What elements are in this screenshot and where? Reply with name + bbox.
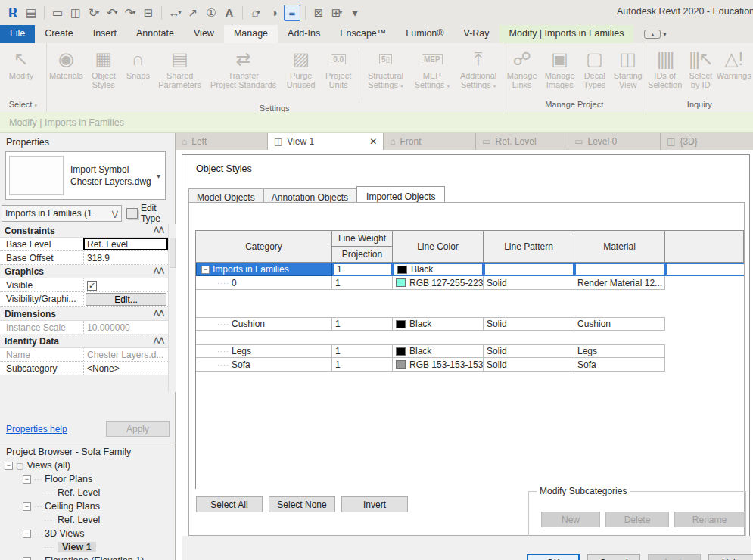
manage-links-button[interactable]: ☍ Manage Links	[503, 47, 541, 89]
tab-add-ins[interactable]: Add-Ins	[278, 25, 330, 43]
cell-line-pattern[interactable]: Solid	[484, 276, 574, 290]
customize-qat-icon[interactable]: ▾	[347, 5, 363, 21]
modify-button[interactable]: ↖ Modify	[0, 47, 42, 80]
cell-line-weight[interactable]: 1	[332, 317, 393, 331]
warnings-button[interactable]: △! Warnings	[717, 47, 751, 80]
tab-file[interactable]: File	[0, 25, 35, 43]
new-subcategory-button[interactable]: New	[541, 512, 600, 527]
select-by-id-button[interactable]: |||↖ Select by ID	[684, 47, 717, 89]
properties-window-icon[interactable]: ▤	[23, 5, 39, 21]
collapse-box-icon[interactable]: −	[23, 475, 31, 484]
properties-scrollbar[interactable]	[168, 224, 176, 392]
visible-checkbox[interactable]: ✓	[87, 281, 97, 291]
collapse-chevron-icon[interactable]: ⋀⋀	[154, 266, 163, 277]
collapse-box-icon[interactable]: −	[201, 266, 210, 274]
tab-manage[interactable]: Manage	[224, 25, 278, 43]
cell-material[interactable]: Legs	[574, 344, 665, 358]
collapse-chevron-icon[interactable]: ⋀⋀	[154, 226, 163, 236]
selected-view-label[interactable]: View 1	[58, 542, 96, 552]
aligned-dimension-icon[interactable]: ↗	[185, 5, 201, 21]
column-header-line-pattern[interactable]: Line Pattern	[484, 231, 574, 263]
cell-material[interactable]: Sofa	[574, 358, 665, 372]
collapse-chevron-icon[interactable]: ⋀⋀	[154, 309, 163, 319]
shared-parameters-button[interactable]: ▤ Shared Parameters	[154, 47, 205, 89]
view-tab-3d[interactable]: ◫ {3D}	[661, 133, 753, 150]
cell-line-weight[interactable]: 1	[332, 276, 393, 290]
object-styles-button[interactable]: ▦ Object Styles	[86, 47, 121, 89]
apply-button[interactable]: Apply	[106, 421, 170, 437]
save-icon[interactable]: ◫	[67, 5, 84, 21]
column-header-line-weight[interactable]: Line Weight	[332, 231, 393, 247]
properties-help-link[interactable]: Properties help	[6, 424, 67, 434]
ribbon-collapse-button[interactable]: ▲ ▾	[644, 25, 666, 43]
column-header-projection[interactable]: Projection	[332, 247, 393, 263]
view-tab-left[interactable]: ⌂ Left	[176, 133, 268, 150]
mep-settings-button[interactable]: MEP MEP Settings ▾	[409, 47, 454, 91]
undo-icon[interactable]: ↶▾	[104, 5, 120, 21]
section-graphics[interactable]: Graphics ⋀⋀	[0, 265, 168, 278]
section-constraints[interactable]: Constraints ⋀⋀	[0, 224, 168, 238]
cell-line-pattern[interactable]: Solid	[484, 317, 574, 331]
switch-windows-icon[interactable]: ⊞▾	[328, 5, 345, 21]
view-tab-front[interactable]: ⌂ Front	[384, 133, 476, 150]
cell-material[interactable]: Cushion	[574, 317, 665, 331]
section-icon[interactable]: ◑	[266, 5, 282, 21]
tab-annotate[interactable]: Annotate	[126, 25, 184, 43]
measure-icon[interactable]: ↔▾	[166, 5, 183, 21]
materials-button[interactable]: ◉ Materials	[47, 47, 86, 80]
ids-of-selection-button[interactable]: ||||| IDs of Selection	[646, 47, 684, 89]
cell-material[interactable]: Render Material 12...	[574, 276, 665, 290]
tree-item-floor-plans[interactable]: − ··· Floor Plans	[0, 472, 175, 486]
cell-line-weight[interactable]: 1	[332, 344, 393, 358]
cell-line-pattern[interactable]	[484, 263, 574, 276]
element-filter-combo[interactable]: Imports in Families (1 ⋁	[2, 205, 122, 222]
view-tab-view-1[interactable]: ◫ View 1 ✕	[268, 133, 384, 150]
tree-item-views-all[interactable]: − ▢ Views (all)	[0, 459, 175, 472]
default-3d-view-icon[interactable]: ⌂▾	[247, 5, 264, 21]
cell-line-pattern[interactable]: Solid	[484, 358, 574, 372]
cell-material[interactable]	[574, 263, 665, 276]
collapse-box-icon[interactable]: −	[23, 502, 31, 511]
subcategory-value[interactable]: <None>	[83, 362, 168, 375]
visibility-edit-button[interactable]: Edit...	[86, 293, 166, 306]
section-dimensions[interactable]: Dimensions ⋀⋀	[0, 307, 168, 321]
tab-modify-context[interactable]: Modify | Imports in Families	[499, 25, 634, 43]
redo-icon[interactable]: ↷▾	[122, 5, 138, 21]
tree-item-ref-level-ceiling[interactable]: ···· Ref. Level	[0, 513, 175, 527]
view-tab-ref-level[interactable]: ▭ Ref. Level	[476, 133, 568, 150]
edit-type-button[interactable]: Edit Type	[126, 203, 176, 224]
rename-subcategory-button[interactable]: Rename	[674, 512, 745, 527]
print-icon[interactable]: ⊟	[140, 5, 157, 21]
tab-create[interactable]: Create	[35, 25, 83, 43]
select-all-button[interactable]: Select All	[196, 496, 263, 512]
base-level-value[interactable]: Ref. Level	[83, 238, 168, 250]
snaps-button[interactable]: ∩ Snaps	[122, 47, 155, 80]
tab-lumion[interactable]: Lumion®	[396, 25, 453, 43]
cancel-button[interactable]: Cancel	[587, 554, 640, 560]
cell-line-weight[interactable]: 1	[332, 263, 393, 276]
revit-logo-icon[interactable]: R	[5, 5, 21, 21]
tree-item-ref-level-floor[interactable]: ···· Ref. Level	[0, 486, 175, 499]
sync-icon[interactable]: ↻▾	[86, 5, 102, 21]
column-header-line-color[interactable]: Line Color	[393, 231, 484, 263]
thin-lines-icon[interactable]: ≡	[284, 5, 300, 21]
cell-line-color[interactable]: Black	[393, 317, 484, 331]
chevron-down-icon[interactable]: ▾	[157, 172, 160, 180]
column-header-material[interactable]: Material	[574, 231, 665, 263]
open-file-icon[interactable]: ▭	[49, 5, 66, 21]
collapse-box-icon[interactable]: −	[23, 530, 31, 538]
starting-view-button[interactable]: ◫ Starting View	[611, 47, 646, 89]
section-identity-data[interactable]: Identity Data ⋀⋀	[0, 334, 168, 348]
tab-enscape[interactable]: Enscape™	[330, 25, 396, 43]
cell-line-pattern[interactable]: Solid	[484, 344, 574, 358]
delete-subcategory-button[interactable]: Delete	[605, 512, 669, 527]
close-hidden-windows-icon[interactable]: ⊠	[310, 5, 327, 21]
base-offset-value[interactable]: 318.9	[83, 251, 168, 264]
column-header-category[interactable]: Category	[196, 231, 332, 263]
type-selector[interactable]: Import Symbol Chester Layers.dwg ▾	[5, 151, 166, 200]
cell-line-color[interactable]: RGB 153-153-153	[393, 358, 484, 372]
view-tab-level-0[interactable]: ▭ Level 0	[568, 133, 661, 150]
tree-item-elevations[interactable]: − ··· Elevations (Elevation 1)	[0, 554, 175, 560]
cell-line-color[interactable]: Black	[393, 344, 484, 358]
collapse-chevron-icon[interactable]: ⋀⋀	[154, 336, 163, 347]
